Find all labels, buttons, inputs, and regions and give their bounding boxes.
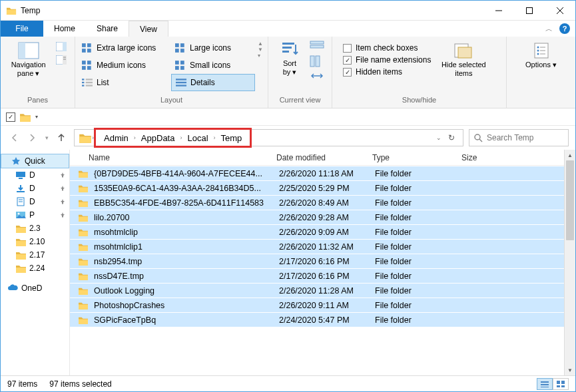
cell-date: 2/26/2020 9:28 AM: [279, 213, 375, 222]
maximize-button[interactable]: [514, 1, 545, 20]
group-label-currentview: Current view: [268, 96, 332, 108]
tab-share[interactable]: Share: [86, 21, 129, 37]
status-item-count: 97 items: [7, 379, 37, 389]
qat-check-icon[interactable]: [6, 112, 15, 122]
qat-dropdown[interactable]: ▾: [35, 114, 38, 120]
sidebar-item[interactable]: 2.17: [1, 248, 69, 262]
table-row[interactable]: EBB5C354-4FDE-4B97-825A-6D411F1145832/26…: [70, 195, 564, 210]
layout-list[interactable]: List: [78, 74, 171, 91]
sidebar-item-onedrive[interactable]: OneD: [1, 282, 69, 295]
table-row[interactable]: lilo.207002/26/2020 9:28 AMFile folder: [70, 210, 564, 224]
breadcrumb-segment[interactable]: Admin: [101, 133, 131, 143]
svg-rect-18: [19, 43, 25, 59]
cell-type: File folder: [375, 213, 464, 222]
star-icon: [11, 156, 21, 166]
navigation-pane-button[interactable]: Navigation pane ▾: [5, 39, 52, 78]
tab-home[interactable]: Home: [43, 21, 86, 37]
nav-recent-dropdown[interactable]: ▾: [42, 130, 51, 145]
collapse-ribbon-button[interactable]: ︿: [545, 24, 553, 34]
tab-view[interactable]: View: [129, 21, 168, 37]
breadcrumb: Admin› AppData› Local› Temp: [94, 128, 252, 148]
cell-name: msohtmlclip: [94, 228, 279, 237]
cell-date: 2/26/2020 11:18 AM: [279, 169, 375, 178]
table-row[interactable]: SGPicFaceTpBq2/24/2020 5:47 PMFile folde…: [70, 312, 564, 327]
sidebar-item[interactable]: 2.3: [1, 222, 69, 235]
cell-date: 2/26/2020 9:11 AM: [279, 301, 375, 310]
search-input[interactable]: Search Temp: [469, 129, 569, 146]
sidebar-item[interactable]: 2.24: [1, 262, 69, 275]
layout-scroll-down[interactable]: ▼: [258, 47, 264, 53]
options-button[interactable]: Options ▾: [521, 39, 561, 69]
sidebar-item[interactable]: D: [1, 168, 69, 182]
item-check-boxes-toggle[interactable]: Item check boxes: [343, 43, 431, 53]
layout-medium[interactable]: Medium icons: [78, 57, 171, 74]
add-columns-button[interactable]: [310, 55, 324, 67]
sidebar-item[interactable]: 2.10: [1, 235, 69, 248]
cell-type: File folder: [375, 198, 464, 208]
picture-icon: [15, 210, 26, 220]
layout-scroll-up[interactable]: ▲: [258, 41, 264, 47]
sort-by-button[interactable]: Sort by ▾: [272, 39, 307, 77]
ribbon-tabs: File Home Share View ︿ ?: [1, 21, 575, 37]
folder-icon: [78, 228, 89, 237]
layout-more[interactable]: ▾: [258, 53, 264, 59]
breadcrumb-segment[interactable]: AppData: [139, 133, 178, 143]
hidden-items-toggle[interactable]: Hidden items: [343, 67, 431, 77]
hide-selected-button[interactable]: Hide selected items: [437, 39, 489, 78]
scroll-up-button[interactable]: ▲: [565, 150, 575, 160]
cell-type: File folder: [375, 315, 464, 325]
table-row[interactable]: Outlook Logging2/26/2020 11:28 AMFile fo…: [70, 283, 564, 297]
svg-point-50: [18, 213, 20, 215]
cell-type: File folder: [375, 184, 464, 193]
tab-file[interactable]: File: [1, 21, 43, 37]
address-history-dropdown[interactable]: ⌄: [433, 134, 444, 141]
table-row[interactable]: msohtmlclip2/26/2020 9:09 AMFile folder: [70, 224, 564, 239]
refresh-button[interactable]: ↻: [444, 133, 459, 142]
view-large-button[interactable]: [553, 378, 569, 390]
table-row[interactable]: msohtmlclip12/26/2020 11:32 AMFile folde…: [70, 239, 564, 254]
layout-extra-large[interactable]: Extra large icons: [78, 39, 171, 57]
file-name-extensions-toggle[interactable]: File name extensions: [343, 55, 431, 65]
column-date[interactable]: Date modified: [276, 153, 372, 162]
breadcrumb-segment[interactable]: Temp: [218, 133, 245, 143]
view-details-button[interactable]: [537, 378, 553, 390]
minimize-button[interactable]: [483, 1, 514, 20]
vertical-scrollbar[interactable]: ▲ ▼: [564, 150, 575, 375]
address-bar[interactable]: › Admin› AppData› Local› Temp ⌄ ↻: [74, 129, 463, 146]
layout-details[interactable]: Details: [171, 74, 255, 91]
column-type[interactable]: Type: [372, 153, 461, 162]
size-columns-button[interactable]: [310, 70, 324, 82]
column-size[interactable]: Size: [461, 153, 564, 162]
sidebar-item[interactable]: D: [1, 182, 69, 195]
titlebar: Temp: [1, 1, 575, 21]
column-name[interactable]: Name: [89, 153, 276, 162]
breadcrumb-segment[interactable]: Local: [184, 133, 210, 143]
group-by-button[interactable]: [310, 41, 324, 53]
table-row[interactable]: PhotoshopCrashes2/26/2020 9:11 AMFile fo…: [70, 297, 564, 312]
nav-forward-button[interactable]: [25, 130, 39, 145]
document-icon: [15, 197, 26, 206]
close-button[interactable]: [545, 1, 575, 20]
table-row[interactable]: 1535E0A9-6CA1-4A39-A3AA-28416B34D5...2/2…: [70, 180, 564, 195]
scroll-down-button[interactable]: ▼: [565, 365, 575, 375]
preview-pane-button[interactable]: [56, 42, 67, 51]
svg-rect-27: [282, 51, 289, 53]
table-row[interactable]: nssD47E.tmp2/17/2020 6:16 PMFile folder: [70, 268, 564, 283]
layout-large[interactable]: Large icons: [171, 39, 255, 57]
nav-up-button[interactable]: [54, 130, 69, 145]
sidebar-item[interactable]: P: [1, 208, 69, 222]
folder-icon: [78, 198, 89, 208]
help-button[interactable]: ?: [559, 23, 570, 34]
table-row[interactable]: nsb2954.tmp2/17/2020 6:16 PMFile folder: [70, 254, 564, 268]
scroll-thumb[interactable]: [566, 160, 574, 240]
sidebar-item[interactable]: D: [1, 195, 69, 208]
column-headers: Name Date modified Type Size: [70, 150, 564, 166]
details-pane-button[interactable]: [56, 55, 67, 65]
table-row[interactable]: {0B7D9DE5-4BFB-414A-9604-A7FECEE44...2/2…: [70, 166, 564, 180]
sidebar-item-quick-access[interactable]: Quick: [1, 154, 69, 168]
folder-icon: [78, 257, 89, 266]
svg-rect-26: [282, 47, 292, 49]
nav-back-button[interactable]: [7, 130, 22, 145]
group-label-showhide: Show/hide: [332, 96, 506, 108]
layout-small[interactable]: Small icons: [171, 57, 255, 74]
